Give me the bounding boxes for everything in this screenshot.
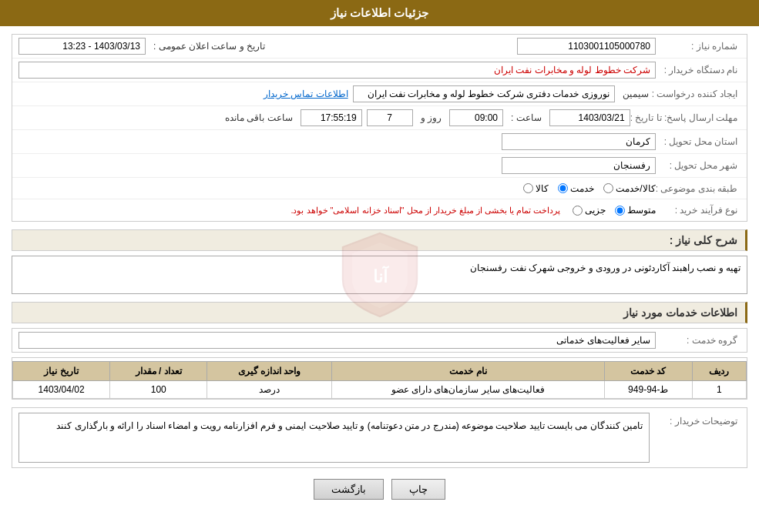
deadline-day-label: روز و xyxy=(421,112,442,123)
radio-kala-khedmat-input[interactable] xyxy=(603,183,613,193)
deadline-time-label: ساعت : xyxy=(511,112,542,123)
services-table-body: 1 ط-94-949 فعالیت‌های سایر سازمان‌های دا… xyxy=(13,381,747,399)
services-table-container: ردیف کد خدمت نام خدمت واحد اندازه گیری ت… xyxy=(12,357,747,400)
category-row: طبقه بندی موضوعی : کالا/خدمت خدمت کالا xyxy=(12,178,747,199)
category-value-cell: کالا/خدمت خدمت کالا xyxy=(18,183,656,194)
radio-jozi[interactable]: جزیی xyxy=(573,205,606,216)
radio-jozi-label: جزیی xyxy=(585,205,606,216)
city-input[interactable] xyxy=(502,157,656,174)
process-value-cell: متوسط جزیی پرداخت تمام یا بخشی از مبلغ خ… xyxy=(18,205,656,216)
creator-value-cell: سیمین اطلاعات تماس خریدار xyxy=(18,85,652,102)
summary-section: شرح کلی نیاز : آنا تهیه و نصب راهبند آکا… xyxy=(12,229,747,294)
deadline-days-input[interactable] xyxy=(367,109,413,126)
cell-date: 1403/04/02 xyxy=(13,381,110,399)
col-row: ردیف xyxy=(692,362,746,381)
city-value-cell xyxy=(18,157,656,174)
city-row: شهر محل تحویل : xyxy=(12,154,747,178)
province-row: استان محل تحویل : xyxy=(12,130,747,154)
radio-kala[interactable]: کالا xyxy=(523,183,549,194)
radio-kala-label: کالا xyxy=(536,183,549,194)
process-row: نوع فرآیند خرید : متوسط جزیی پرداخت تمام… xyxy=(12,199,747,221)
radio-motavaset-label: متوسط xyxy=(627,205,656,216)
station-label: نام دستگاه خریدار : xyxy=(656,65,741,75)
category-radio-group: کالا/خدمت خدمت کالا xyxy=(523,183,655,194)
deadline-date-input[interactable] xyxy=(549,109,630,126)
creator-row: ایجاد کننده درخواست : سیمین اطلاعات تماس… xyxy=(12,82,747,106)
province-label: استان محل تحویل : xyxy=(656,136,741,147)
col-name: نام خدمت xyxy=(331,362,604,381)
province-value-cell xyxy=(18,133,656,150)
station-row: نام دستگاه خریدار : xyxy=(12,59,747,82)
creator-org-input[interactable] xyxy=(353,85,615,102)
buyer-notes-area: تامین کنندگان می بایست تایید صلاحیت موضو… xyxy=(18,413,650,463)
services-table: ردیف کد خدمت نام خدمت واحد اندازه گیری ت… xyxy=(12,361,747,399)
cell-row: 1 xyxy=(692,381,746,399)
main-info-section: شماره نیاز : تاریخ و ساعت اعلان عمومی : … xyxy=(12,34,747,222)
public-date-label: تاریخ و ساعت اعلان عمومی : xyxy=(153,41,265,52)
cell-unit: درصد xyxy=(207,381,332,399)
services-section: اطلاعات خدمات مورد نیاز گروه خدمت : ردیف… xyxy=(12,302,747,400)
radio-motavaset-input[interactable] xyxy=(615,206,625,216)
process-note: پرداخت تمام یا بخشی از مبلغ خریدار از مح… xyxy=(291,206,560,216)
radio-khedmat-input[interactable] xyxy=(558,183,568,193)
category-label: طبقه بندی موضوعی : xyxy=(656,183,741,194)
col-unit: واحد اندازه گیری xyxy=(207,362,332,381)
creator-label: ایجاد کننده درخواست : xyxy=(652,89,741,99)
cell-qty: 100 xyxy=(110,381,207,399)
radio-kala-khedmat[interactable]: کالا/خدمت xyxy=(603,183,655,194)
cell-name: فعالیت‌های سایر سازمان‌های دارای عضو xyxy=(331,381,604,399)
col-code: کد خدمت xyxy=(605,362,693,381)
page-header: جزئیات اطلاعات نیاز xyxy=(0,0,759,26)
footer-buttons: چاپ بازگشت xyxy=(12,479,747,500)
buyer-notes-text: تامین کنندگان می بایست تایید صلاحیت موضو… xyxy=(18,413,650,463)
deadline-time-input[interactable] xyxy=(449,109,503,126)
col-date: تاریخ نیاز xyxy=(13,362,110,381)
station-value-cell xyxy=(18,62,656,79)
cell-code: ط-94-949 xyxy=(605,381,693,399)
contact-link[interactable]: اطلاعات تماس خریدار xyxy=(264,89,348,99)
radio-kala-khedmat-label: کالا/خدمت xyxy=(616,183,655,194)
back-button[interactable]: بازگشت xyxy=(314,479,384,500)
deadline-remaining-input[interactable] xyxy=(301,109,362,126)
deadline-row: مهلت ارسال پاسخ: تا تاریخ : ساعت : روز و… xyxy=(12,106,747,130)
deadline-remaining-time xyxy=(301,109,362,126)
issue-number-value-cell: تاریخ و ساعت اعلان عمومی : xyxy=(18,38,656,55)
summary-label: شرح کلی نیاز : xyxy=(670,234,737,246)
service-group-input[interactable] xyxy=(18,332,656,349)
city-label: شهر محل تحویل : xyxy=(656,160,741,171)
issue-number-input[interactable] xyxy=(517,38,656,55)
province-input[interactable] xyxy=(502,133,656,150)
deadline-value-cell: ساعت : روز و ساعت باقی مانده xyxy=(18,109,630,126)
radio-jozi-input[interactable] xyxy=(573,206,583,216)
creator-prefix: سیمین xyxy=(623,89,649,99)
summary-text: تهیه و نصب راهبند آکاردئونی در ورودی و خ… xyxy=(12,256,747,294)
issue-number-label: شماره نیاز : xyxy=(656,41,741,52)
radio-khedmat-label: خدمت xyxy=(570,183,594,194)
col-qty: تعداد / مقدار xyxy=(110,362,207,381)
table-header-row: ردیف کد خدمت نام خدمت واحد اندازه گیری ت… xyxy=(13,362,747,381)
deadline-remaining-label: ساعت باقی مانده xyxy=(225,112,293,123)
buyer-notes-section: توضیحات خریدار : تامین کنندگان می بایست … xyxy=(12,407,747,468)
station-input[interactable] xyxy=(18,62,656,79)
process-radio-group: متوسط جزیی xyxy=(573,205,656,216)
page-title: جزئیات اطلاعات نیاز xyxy=(331,6,428,19)
deadline-time-group: ساعت : روز و ساعت باقی مانده xyxy=(222,109,630,126)
buyer-notes-label: توضیحات خریدار : xyxy=(656,413,741,427)
summary-header: شرح کلی نیاز : xyxy=(12,229,747,251)
services-info-header: اطلاعات خدمات مورد نیاز xyxy=(12,302,747,323)
public-date-input[interactable] xyxy=(18,38,146,55)
service-group-value-cell xyxy=(18,332,656,349)
radio-khedmat[interactable]: خدمت xyxy=(558,183,594,194)
buyer-notes-row: توضیحات خریدار : تامین کنندگان می بایست … xyxy=(12,407,747,468)
issue-number-row: شماره نیاز : تاریخ و ساعت اعلان عمومی : xyxy=(12,35,747,59)
service-group-label: گروه خدمت : xyxy=(656,335,741,346)
table-row: 1 ط-94-949 فعالیت‌های سایر سازمان‌های دا… xyxy=(13,381,747,399)
service-group-row: گروه خدمت : xyxy=(12,328,747,353)
deadline-label: مهلت ارسال پاسخ: تا تاریخ : xyxy=(630,112,741,123)
print-button[interactable]: چاپ xyxy=(391,479,445,500)
process-label: نوع فرآیند خرید : xyxy=(656,205,741,216)
summary-area: آنا تهیه و نصب راهبند آکاردئونی در ورودی… xyxy=(12,256,747,294)
services-info-label: اطلاعات خدمات مورد نیاز xyxy=(623,306,737,319)
radio-kala-input[interactable] xyxy=(523,183,533,193)
radio-motavaset[interactable]: متوسط xyxy=(615,205,656,216)
